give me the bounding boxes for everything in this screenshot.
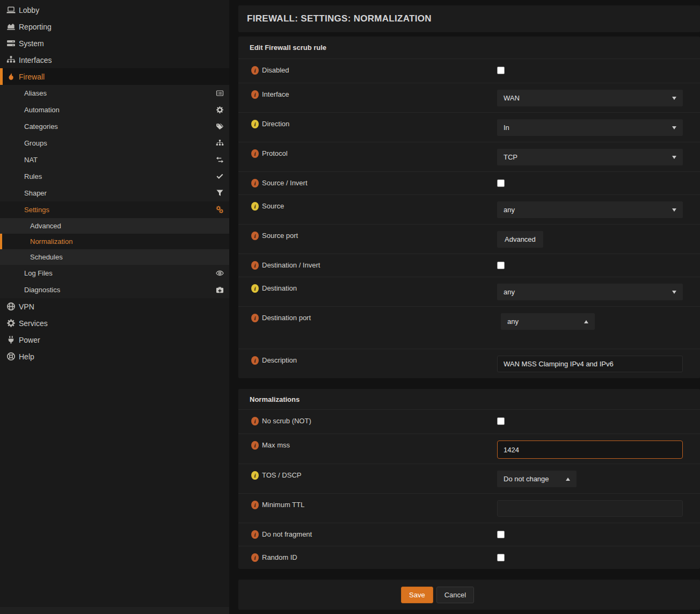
form-row-max-mss: Max mss	[238, 434, 700, 464]
sidebar-item-aliases[interactable]: Aliases	[0, 85, 229, 102]
random-id-checkbox[interactable]	[497, 554, 505, 561]
direction-select[interactable]: In	[497, 119, 683, 136]
check-icon	[216, 172, 224, 180]
info-icon[interactable]	[251, 471, 259, 480]
sidebar-menu: Lobby Reporting System Interfaces Firewa…	[0, 0, 229, 365]
sidebar-item-power[interactable]: Power	[0, 331, 229, 348]
source-invert-checkbox[interactable]	[497, 179, 505, 187]
list-alt-icon	[216, 89, 224, 97]
cancel-button[interactable]: Cancel	[436, 587, 474, 603]
caret-down-icon	[672, 156, 676, 159]
gears-icon	[216, 206, 224, 214]
form-row-direction: Direction In	[238, 112, 700, 142]
main-content: FIREWALL: SETTINGS: NORMALIZATION Edit F…	[238, 0, 700, 610]
sitemap-icon	[216, 139, 224, 147]
info-icon[interactable]	[251, 417, 259, 425]
form-row-no-scrub-not: No scrub (NOT)	[238, 410, 700, 434]
info-icon[interactable]	[251, 553, 259, 562]
caret-down-icon	[672, 126, 676, 129]
form-row-do-not-fragment: Do not fragment	[238, 523, 700, 546]
normalizations-rows: No scrub (NOT) Max mss TOS / DSCP Do not…	[238, 410, 700, 569]
caret-down-icon	[672, 97, 676, 100]
form-row-protocol: Protocol TCP	[238, 142, 700, 171]
filter-icon	[216, 189, 224, 197]
sidebar-item-reporting[interactable]: Reporting	[0, 18, 229, 35]
caret-up-icon	[584, 320, 588, 323]
sidebar-item-groups[interactable]: Groups	[0, 135, 229, 151]
form-row-destination: Destination any	[238, 277, 700, 306]
protocol-select[interactable]: TCP	[497, 149, 683, 165]
form-row-description: Description	[238, 349, 700, 378]
form-row-random-id: Random ID	[238, 546, 700, 569]
sidebar-item-vpn[interactable]: VPN	[0, 298, 229, 315]
form-row-minimum-ttl: Minimum TTL	[238, 493, 700, 523]
do-not-fragment-checkbox[interactable]	[497, 531, 505, 538]
sidebar-item-system[interactable]: System	[0, 35, 229, 52]
sidebar-item-schedules[interactable]: Schedules	[0, 249, 229, 265]
form-row-tos-dscp: TOS / DSCP Do not change	[238, 464, 700, 493]
info-icon[interactable]	[251, 232, 259, 240]
tos-dscp-select[interactable]: Do not change	[497, 471, 577, 487]
server-icon	[5, 39, 16, 48]
destination-port-select[interactable]: any	[501, 313, 595, 330]
actions-panel: Save Cancel	[238, 580, 700, 610]
destination-select[interactable]: any	[497, 284, 683, 300]
sidebar: Lobby Reporting System Interfaces Firewa…	[0, 0, 229, 614]
info-icon[interactable]	[251, 501, 259, 509]
info-icon[interactable]	[251, 284, 259, 293]
info-icon[interactable]	[251, 314, 259, 322]
scrub-rule-heading: Edit Firewall scrub rule	[238, 37, 700, 59]
scrub-rule-rows: Disabled Interface WAN Direction In Prot…	[238, 59, 700, 378]
sidebar-item-normalization[interactable]: Normalization	[0, 234, 229, 249]
sidebar-item-diagnostics[interactable]: Diagnostics	[0, 281, 229, 298]
sidebar-item-help[interactable]: Help	[0, 348, 229, 365]
info-icon[interactable]	[251, 179, 259, 187]
page-title: FIREWALL: SETTINGS: NORMALIZATION	[247, 13, 432, 24]
caret-down-icon	[672, 291, 676, 294]
info-icon[interactable]	[251, 90, 259, 99]
sidebar-item-rules[interactable]: Rules	[0, 168, 229, 185]
sidebar-item-shaper[interactable]: Shaper	[0, 185, 229, 201]
info-icon[interactable]	[251, 356, 259, 365]
minimum-ttl-input[interactable]	[497, 500, 683, 517]
info-icon[interactable]	[251, 441, 259, 450]
description-input[interactable]	[497, 356, 683, 372]
disabled-checkbox[interactable]	[497, 67, 505, 74]
form-row-source: Source any	[238, 194, 700, 224]
sidebar-item-lobby[interactable]: Lobby	[0, 2, 229, 18]
sidebar-item-nat[interactable]: NAT	[0, 151, 229, 168]
gear-icon	[216, 106, 224, 114]
sidebar-item-services[interactable]: Services	[0, 315, 229, 331]
form-row-source-port: Source port Advanced	[238, 224, 700, 254]
desktop-icon	[5, 5, 16, 15]
sidebar-item-categories[interactable]: Categories	[0, 118, 229, 135]
info-icon[interactable]	[251, 66, 259, 75]
info-icon[interactable]	[251, 261, 259, 270]
destination-invert-checkbox[interactable]	[497, 262, 505, 269]
sidebar-item-settings[interactable]: Settings	[0, 201, 229, 218]
sidebar-item-log-files[interactable]: Log Files	[0, 265, 229, 281]
sidebar-item-advanced[interactable]: Advanced	[0, 218, 229, 234]
info-icon[interactable]	[251, 120, 259, 128]
globe-icon	[5, 302, 16, 311]
max-mss-input[interactable]	[497, 440, 683, 459]
no-scrub-not-checkbox[interactable]	[497, 417, 505, 425]
life-ring-icon	[5, 352, 16, 361]
tags-icon	[216, 122, 224, 131]
form-row-source-invert: Source / Invert	[238, 171, 700, 194]
info-icon[interactable]	[251, 530, 259, 539]
sidebar-item-firewall[interactable]: Firewall	[0, 68, 229, 85]
interface-select[interactable]: WAN	[497, 90, 683, 106]
exchange-icon	[216, 156, 224, 164]
info-icon[interactable]	[251, 202, 259, 211]
normalizations-heading: Normalizations	[238, 389, 700, 410]
form-row-interface: Interface WAN	[238, 83, 700, 112]
form-row-disabled: Disabled	[238, 59, 700, 83]
sidebar-item-automation[interactable]: Automation	[0, 102, 229, 118]
info-icon[interactable]	[251, 149, 259, 158]
sidebar-footer	[0, 607, 229, 614]
source-port-advanced-button[interactable]: Advanced	[497, 231, 543, 248]
save-button[interactable]: Save	[401, 587, 433, 603]
sidebar-item-interfaces[interactable]: Interfaces	[0, 52, 229, 68]
source-select[interactable]: any	[497, 201, 683, 218]
